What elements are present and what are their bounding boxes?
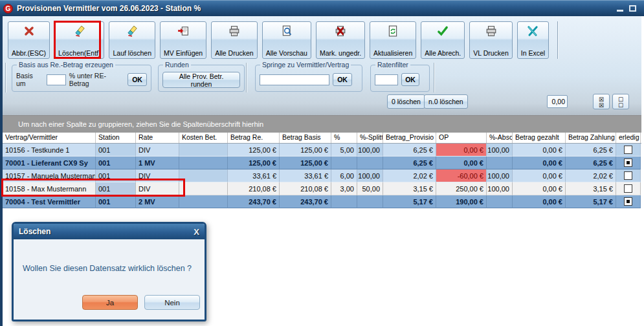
grid-cell[interactable]: 001 (96, 195, 136, 208)
column-header[interactable]: Station (96, 133, 136, 143)
mv-insert-button[interactable]: MV Einfügen (160, 21, 206, 59)
delete-zero-button[interactable]: 0 löschen (387, 94, 425, 109)
table-row[interactable]: 10158 - Max Mustermann001DIV210,08 €210,… (3, 182, 641, 195)
grid-cell[interactable]: 125,00 € (228, 157, 280, 169)
grid-cell[interactable] (331, 195, 357, 208)
grid-cell[interactable]: 250,00 € (436, 182, 487, 195)
delete-button[interactable]: Löschen(Entf) (54, 21, 104, 59)
grid-cell[interactable]: 10158 - Max Mustermann (3, 182, 96, 195)
grid-cell[interactable]: 0,00 € (513, 195, 566, 208)
basis-ok-button[interactable]: OK (128, 73, 147, 86)
column-header[interactable]: Rate (136, 133, 179, 143)
grid-cell[interactable]: 10156 - Testkunde 1 (3, 144, 96, 157)
table-row[interactable]: 10156 - Testkunde 1001DIV125,00 €125,00 … (3, 144, 641, 157)
grid-cell[interactable] (179, 195, 228, 208)
grid-cell[interactable]: 6,25 € (566, 157, 616, 169)
preview-all-button[interactable]: Alle Vorschau (262, 21, 311, 59)
grid-cell[interactable]: 6,25 € (383, 157, 436, 169)
grid-cell[interactable]: 3,15 € (383, 182, 436, 195)
grid-cell[interactable]: 100,00 (487, 144, 513, 157)
erledigt-checkbox[interactable] (624, 146, 632, 154)
grid-cell[interactable]: DIV (136, 169, 179, 182)
excel-export-button[interactable]: In Excel (517, 21, 549, 59)
grid-cell[interactable]: 6,25 € (383, 144, 436, 157)
refresh-button[interactable]: Aktualisieren (370, 21, 416, 59)
grid-cell[interactable]: 70004 - Test Vermittler (3, 195, 96, 208)
minimize-button[interactable] (617, 10, 623, 12)
grid-cell[interactable]: 0,00 € (436, 144, 487, 157)
column-header[interactable]: Kosten Bet. (179, 133, 228, 143)
column-header[interactable]: %-Absc (487, 133, 513, 143)
grid-cell[interactable]: 5,17 € (383, 195, 436, 208)
rate-filter-ok-button[interactable]: OK (401, 73, 419, 86)
grid-cell[interactable]: 0,00 € (513, 169, 566, 182)
grid-cell[interactable] (179, 144, 228, 157)
erledigt-checkbox[interactable] (624, 184, 632, 193)
grid-cell[interactable]: 6,00 (331, 169, 357, 182)
delete-nonzero-button[interactable]: n.0 löschen (424, 94, 468, 109)
grid-cell[interactable]: 50,00 (357, 182, 383, 195)
grid-cell[interactable]: 001 (96, 182, 136, 195)
basis-percent-input[interactable] (47, 74, 66, 85)
grid-cell[interactable] (357, 157, 383, 169)
settle-all-button[interactable]: Alle Abrech. (421, 21, 465, 59)
grid-cell[interactable]: 0,00 € (513, 157, 566, 169)
grid-cell[interactable] (179, 157, 228, 169)
grid-cell[interactable] (487, 195, 513, 208)
grid-cell[interactable]: 100,00 (487, 182, 513, 195)
yes-button[interactable]: Ja (82, 295, 138, 310)
grid-cell[interactable]: 5,00 (331, 144, 357, 157)
column-header[interactable]: Betrag Re. (228, 133, 280, 143)
grid-cell[interactable]: 100,00 (487, 169, 513, 182)
grid-cell[interactable]: 3,00 (331, 182, 357, 195)
table-row[interactable]: 70001 - Lieferant CX9 Sy0011 MV125,00 €1… (3, 157, 641, 169)
grid-cell[interactable]: 2 MV (136, 195, 179, 208)
round-all-button[interactable]: Alle Prov. Betr. runden (162, 72, 240, 88)
grid-cell[interactable]: 0,00 € (513, 144, 566, 157)
column-header[interactable]: % (331, 133, 357, 143)
grid-cell[interactable]: 125,00 € (280, 157, 331, 169)
grid-cell[interactable]: 6,25 € (566, 144, 616, 157)
print-all-button[interactable]: Alle Drucken (211, 21, 258, 59)
grid-cell[interactable]: 210,08 € (280, 182, 331, 195)
jump-ok-button[interactable]: OK (333, 73, 352, 86)
grid-cell[interactable]: 243,70 € (280, 195, 331, 208)
grid-cell[interactable]: 0,00 € (513, 182, 566, 195)
erledigt-checkbox[interactable] (624, 158, 632, 167)
column-header[interactable]: OP (436, 133, 487, 143)
grid-cell[interactable]: 001 (96, 144, 136, 157)
grid-cell[interactable]: 33,61 € (228, 169, 280, 182)
grid-cell[interactable]: 1 MV (136, 157, 179, 169)
grid-cell[interactable]: DIV (136, 182, 179, 195)
jump-to-input[interactable] (260, 74, 329, 85)
maximize-button[interactable] (629, 5, 636, 12)
grid-cell[interactable]: 2,02 € (566, 169, 616, 182)
grid-cell[interactable] (357, 195, 383, 208)
column-header[interactable]: Betrag_Provisio (383, 133, 436, 143)
grid-cell[interactable]: 001 (96, 157, 136, 169)
grid-cell[interactable]: 243,70 € (228, 195, 280, 208)
grid-cell[interactable]: 190,00 € (436, 195, 487, 208)
close-icon[interactable]: X (194, 227, 199, 237)
no-button[interactable]: Nein (144, 295, 200, 310)
column-header[interactable]: erledig (616, 133, 641, 143)
column-header[interactable]: %-Splitt (357, 133, 383, 143)
mark-unprinted-button[interactable]: Mark. ungedr. (316, 21, 365, 59)
grid-cell[interactable]: 10157 - Manuela Musterman (3, 169, 96, 182)
vl-print-button[interactable]: VL Drucken (469, 21, 512, 59)
column-header[interactable]: Betrag Zahlung (566, 133, 616, 143)
unmark-all-button[interactable]: ☐☐ (612, 94, 629, 109)
table-row[interactable]: 70004 - Test Vermittler0012 MV243,70 €24… (3, 195, 641, 208)
grid-cell[interactable]: 125,00 € (280, 144, 331, 157)
grid-cell[interactable]: 001 (96, 169, 136, 182)
grid-cell[interactable] (179, 169, 228, 182)
erledigt-checkbox[interactable] (624, 171, 632, 180)
grid-cell[interactable]: 70001 - Lieferant CX9 Sy (3, 157, 96, 169)
grid-cell[interactable]: DIV (136, 144, 179, 157)
grid-cell[interactable]: 5,17 € (566, 195, 616, 208)
grid-cell[interactable]: 125,00 € (228, 144, 280, 157)
delete-run-button[interactable]: Lauf löschen (109, 21, 155, 59)
mark-all-button[interactable]: ☒☒ (593, 94, 610, 109)
column-header[interactable]: Vertrag/Vermittler (3, 133, 96, 143)
abort-button[interactable]: Abbr.(ESC) (8, 21, 50, 59)
